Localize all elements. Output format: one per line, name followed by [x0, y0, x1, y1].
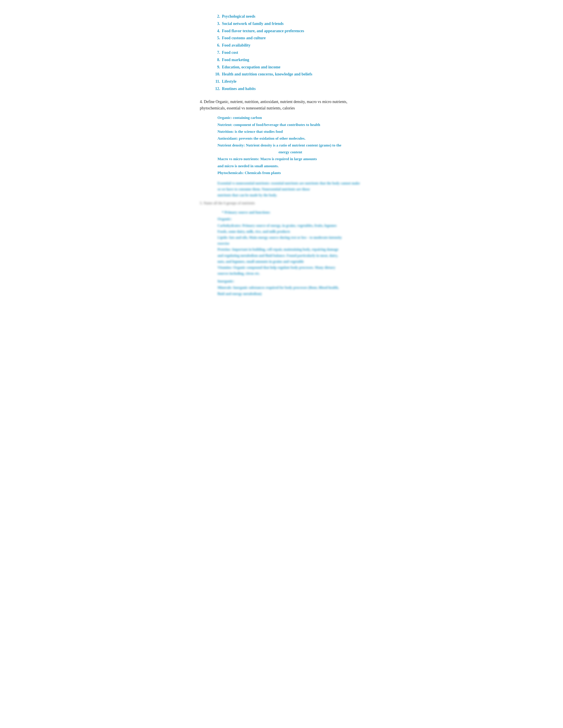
answer-organic: Organic: containing carbon — [217, 115, 363, 121]
list-number: 2. — [213, 13, 220, 20]
list-item-text: Food flavor texture, and appearance pref… — [222, 28, 304, 34]
question-4-block: 4. Define Organic, nutrient, nutrition, … — [200, 99, 363, 176]
blurred-carbs-section: Carbohydrates: Primary source of energy,… — [217, 223, 363, 277]
blurred-carbs-line: Proteins: Important in building, cell re… — [217, 246, 363, 252]
blurred-minerals-section: Minerals: Inorganic substances required … — [217, 285, 363, 296]
list-number: 7. — [213, 49, 220, 56]
answer-macro_micro: Macro vs micro nutrients: Macro is requi… — [217, 156, 363, 162]
blurred-essential: Essential vs nonessential nutrients: ess… — [217, 180, 363, 198]
list-item: 2.Psychological needs — [213, 13, 363, 20]
blurred-carbs-line: and regulating metabolism and fluid bala… — [217, 253, 363, 259]
list-item: 11.Lifestyle — [213, 78, 363, 85]
answer-block: Organic: containing carbonNutrient: comp… — [217, 115, 363, 176]
blurred-organic-label: Organic: — [217, 216, 363, 222]
list-item-text: Psychological needs — [222, 13, 255, 20]
list-number: 10. — [213, 71, 220, 77]
blurred-carbs-line: Lipids: fats and oils, Main energy sourc… — [217, 235, 363, 240]
list-number: 3. — [213, 21, 220, 27]
answer-phytochemicals: Phytochemicals: Chemicals from plants — [217, 170, 363, 176]
question-4-text: 4. Define Organic, nutrient, nutrition, … — [200, 99, 363, 111]
answer-nutrition: Nutrition: is the science that studies f… — [217, 129, 363, 135]
list-number: 11. — [213, 78, 220, 85]
blurred-carbs-line: Vitamins: Organic compound that help reg… — [217, 265, 363, 270]
answer-antioxidant: Antioxidant: prevents the oxidation of o… — [217, 135, 363, 141]
blurred-line: nutrients that can be made by the body. — [217, 192, 363, 198]
blurred-carbs-line: nuts, and legumes, small amounts in grai… — [217, 259, 363, 265]
list-item-text: Food marketing — [222, 57, 249, 63]
list-item-text: Routines and habits — [222, 86, 256, 92]
list-item: 3.Social network of family and friends — [213, 21, 363, 27]
blurred-carbs-line: sources including, citrus etc. — [217, 270, 363, 276]
list-item-text: Health and nutrition concerns, knowledge… — [222, 71, 313, 77]
list-number: 5. — [213, 35, 220, 41]
answer-nutrient: Nutrient: component of food/beverage tha… — [217, 122, 363, 128]
list-item: 12.Routines and habits — [213, 86, 363, 92]
blurred-inorganic-label: Inorganic: — [217, 278, 363, 284]
list-item-text: Education, occupation and income — [222, 64, 280, 70]
list-item: 7.Food cost — [213, 49, 363, 56]
answer-nutrient_density_1: Nutrient density: Nutrient density is a … — [217, 142, 363, 148]
list-number: 12. — [213, 86, 220, 92]
list-number: 8. — [213, 57, 220, 63]
list-item-text: Social network of family and friends — [222, 21, 284, 27]
list-item: 4.Food flavor texture, and appearance pr… — [213, 28, 363, 34]
list-item-text: Food availability — [222, 42, 250, 49]
numbered-list: 2.Psychological needs3.Social network of… — [213, 13, 363, 92]
blurred-minerals-line: fluid and energy metabolism) — [217, 291, 363, 297]
blurred-line: Essential vs nonessential nutrients: ess… — [217, 180, 363, 186]
list-item: 8.Food marketing — [213, 57, 363, 63]
list-number: 4. — [213, 28, 220, 34]
blurred-carbs-line: Carbohydrates: Primary source of energy,… — [217, 223, 363, 229]
answer-nutrient-density-2: energy content — [217, 149, 363, 155]
list-number: 6. — [213, 42, 220, 49]
blurred-carbs-line: exercise — [217, 240, 363, 246]
blurred-subitem-1: * Primary source and functions: — [222, 210, 363, 215]
list-item-text: Food customs and culture — [222, 35, 265, 41]
list-item-text: Food cost — [222, 49, 238, 56]
list-item: 9.Education, occupation and income — [213, 64, 363, 70]
list-number: 9. — [213, 64, 220, 70]
blurred-minerals-line: Minerals: Inorganic substances required … — [217, 285, 363, 291]
list-item: 6.Food availability — [213, 42, 363, 49]
blurred-carbs-line: Foods, some dairy, milk, rice, and milk … — [217, 229, 363, 235]
list-item: 10.Health and nutrition concerns, knowle… — [213, 71, 363, 77]
blurred-line: so we have to consume them. Nonessential… — [217, 186, 363, 192]
list-item-text: Lifestyle — [222, 78, 236, 85]
list-item: 5.Food customs and culture — [213, 35, 363, 41]
answer-macro_micro_2: and micro is needed in small amounts. — [217, 163, 363, 169]
blurred-question-5: 5. Name all the 6 groups of nutrients — [200, 200, 363, 206]
